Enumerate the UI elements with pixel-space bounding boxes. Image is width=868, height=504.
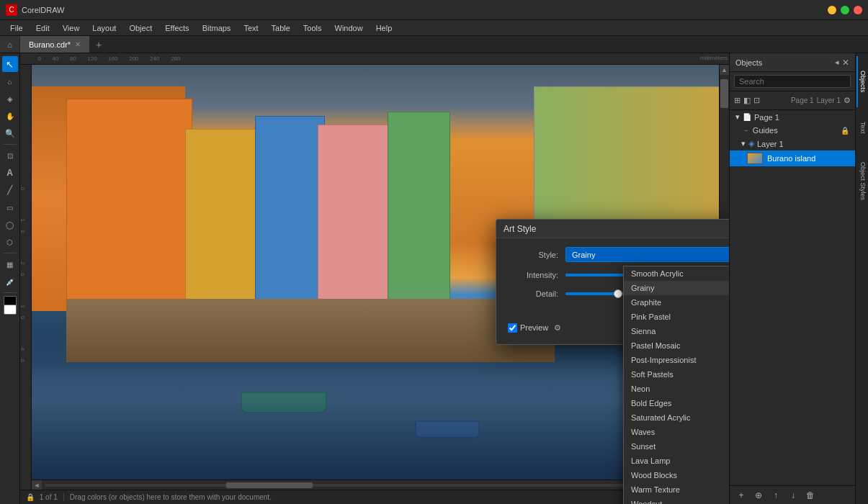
dropdown-item-bold-edges[interactable]: Bold Edges	[624, 396, 729, 410]
panel-tool-layer[interactable]: ◧	[743, 96, 751, 105]
dropdown-item-waves[interactable]: Waves	[624, 425, 729, 439]
tree-guides[interactable]: − Guides 🔒	[730, 124, 855, 137]
tool-polygon[interactable]: ⬡	[2, 234, 18, 250]
dropdown-item-grainy[interactable]: Grainy	[624, 281, 729, 295]
add-object-btn[interactable]: ⊕	[751, 488, 766, 503]
style-label: Style:	[508, 251, 558, 259]
detail-fill	[565, 292, 618, 295]
sidebar-tab-text[interactable]: Text	[856, 107, 868, 148]
tool-arrow[interactable]: ↖	[2, 56, 18, 72]
intensity-label: Intensity:	[508, 271, 558, 279]
tool-ellipse[interactable]: ◯	[2, 217, 18, 233]
left-toolbar: ↖ ⌂ ◈ ✋ 🔍 ⊡ A ╱ ▭ ◯ ⬡ ▦ 💉	[0, 53, 20, 504]
tab-close-icon[interactable]: ✕	[75, 40, 81, 48]
separator-1	[4, 144, 17, 145]
tool-eyedropper[interactable]: 💉	[2, 274, 18, 289]
tree-layer-arrow: ▾	[741, 139, 746, 148]
tree-layer-label: Layer 1	[757, 140, 784, 148]
v-scroll-thumb[interactable]	[720, 79, 728, 108]
dropdown-item-neon[interactable]: Neon	[624, 382, 729, 396]
panel-tree: ▾ 📄 Page 1 − Guides 🔒 ▾ ◈ Layer 1	[730, 110, 855, 485]
panel-title: Objects	[735, 58, 762, 67]
panel-close-icon[interactable]: ✕	[842, 58, 849, 68]
tree-page-icon: 📄	[743, 113, 751, 121]
dropdown-item-pink-pastel[interactable]: Pink Pastel	[624, 310, 729, 324]
dropdown-item-woodcut[interactable]: Woodcut	[624, 497, 729, 504]
menu-item-tools[interactable]: Tools	[297, 22, 328, 34]
tree-item-burano[interactable]: Burano island	[730, 150, 855, 166]
detail-label: Detail:	[508, 289, 558, 298]
tool-crop[interactable]: ⊡	[2, 148, 18, 163]
item-thumbnail	[747, 153, 763, 164]
preview-checkbox[interactable]	[508, 323, 517, 333]
dropdown-item-lava-lamp[interactable]: Lava Lamp	[624, 454, 729, 468]
dropdown-item-warm-texture[interactable]: Warm Texture	[624, 482, 729, 497]
panel-gear-icon[interactable]: ⚙	[844, 96, 851, 105]
panel-tool-object[interactable]: ⊡	[753, 96, 760, 105]
menu-item-window[interactable]: Window	[329, 22, 369, 34]
tree-layer-1[interactable]: ▾ ◈ Layer 1	[730, 137, 855, 150]
dropdown-item-pastel-mosaic[interactable]: Pastel Mosaic	[624, 338, 729, 353]
move-down-btn[interactable]: ↓	[786, 488, 800, 503]
add-layer-btn[interactable]: +	[734, 488, 748, 503]
art-style-dialog: Art Style ✕ Style: Grainy ▾	[496, 219, 729, 345]
h-scroll-left[interactable]: ◄	[32, 480, 42, 490]
panel-expand-icon[interactable]: ◂	[835, 58, 839, 67]
minimize-button[interactable]	[828, 6, 836, 14]
h-scroll-handle[interactable]	[226, 482, 313, 488]
menu-item-object[interactable]: Object	[123, 22, 158, 34]
menu-item-view[interactable]: View	[57, 22, 86, 34]
detail-thumb[interactable]	[614, 289, 622, 298]
style-select-container: Grainy ▾ Smooth Acrylic Grainy Graphite …	[565, 247, 729, 262]
tool-text[interactable]: A	[2, 165, 18, 181]
v-scroll-up[interactable]: ▲	[720, 65, 729, 75]
delete-btn[interactable]: 🗑	[803, 488, 818, 503]
search-input[interactable]	[734, 75, 851, 88]
title-bar: C CorelDRAW	[0, 0, 868, 20]
h-scroll-thumb[interactable]	[45, 482, 650, 488]
preview-label[interactable]: Preview	[520, 323, 548, 332]
tree-guides-icon: −	[744, 127, 748, 135]
menu-item-file[interactable]: File	[4, 22, 29, 34]
close-button[interactable]	[854, 6, 862, 14]
tool-line[interactable]: ╱	[2, 182, 18, 198]
sidebar-tab-object-styles[interactable]: Object Styles	[856, 148, 868, 215]
tool-zoom[interactable]: 🔍	[2, 125, 18, 141]
tab-document[interactable]: Burano.cdr* ✕	[20, 36, 90, 53]
menu-item-effects[interactable]: Effects	[159, 22, 194, 34]
tool-shape[interactable]: ◈	[2, 91, 18, 107]
style-dropdown-button[interactable]: Grainy ▾	[565, 247, 729, 262]
tool-pick[interactable]: ⌂	[2, 73, 18, 89]
dropdown-item-saturated-acrylic[interactable]: Saturated Acrylic	[624, 410, 729, 425]
ruler-left: 0 10 20 30 40	[20, 65, 32, 490]
dropdown-item-sunset[interactable]: Sunset	[624, 439, 729, 454]
dropdown-item-smooth-acrylic[interactable]: Smooth Acrylic	[624, 266, 729, 281]
menu-item-layout[interactable]: Layout	[86, 22, 122, 34]
panel-page-label: Page 1	[791, 96, 814, 104]
panel-tool-page[interactable]: ⊞	[734, 96, 741, 105]
item-label: Burano island	[767, 154, 815, 163]
menu-item-bitmaps[interactable]: Bitmaps	[197, 22, 237, 34]
dropdown-item-post-impressionist[interactable]: Post-Impressionist	[624, 353, 729, 367]
tool-fill[interactable]: ▦	[2, 256, 18, 272]
menu-item-help[interactable]: Help	[370, 22, 398, 34]
preview-settings-icon[interactable]: ⚙	[554, 323, 561, 333]
dropdown-item-soft-pastels[interactable]: Soft Pastels	[624, 367, 729, 382]
move-up-btn[interactable]: ↑	[769, 488, 783, 503]
right-panel: Objects ◂ ✕ ⊞ ◧ ⊡ Page 1 Layer 1 ⚙	[729, 53, 855, 504]
tab-add[interactable]: +	[90, 36, 107, 53]
tool-white[interactable]	[4, 305, 17, 315]
tree-page-arrow: ▾	[735, 112, 740, 122]
menu-item-edit[interactable]: Edit	[30, 22, 55, 34]
menu-item-table[interactable]: Table	[266, 22, 296, 34]
dropdown-item-sienna[interactable]: Sienna	[624, 324, 729, 338]
dropdown-item-wood-blocks[interactable]: Wood Blocks	[624, 468, 729, 482]
tree-page-1[interactable]: ▾ 📄 Page 1	[730, 110, 855, 124]
menu-item-text[interactable]: Text	[238, 22, 264, 34]
tab-home[interactable]: ⌂	[0, 36, 20, 53]
sidebar-tab-objects[interactable]: Objects	[856, 56, 868, 107]
tool-pan[interactable]: ✋	[2, 108, 18, 124]
maximize-button[interactable]	[841, 6, 849, 14]
tool-rect[interactable]: ▭	[2, 199, 18, 215]
dropdown-item-graphite[interactable]: Graphite	[624, 295, 729, 310]
